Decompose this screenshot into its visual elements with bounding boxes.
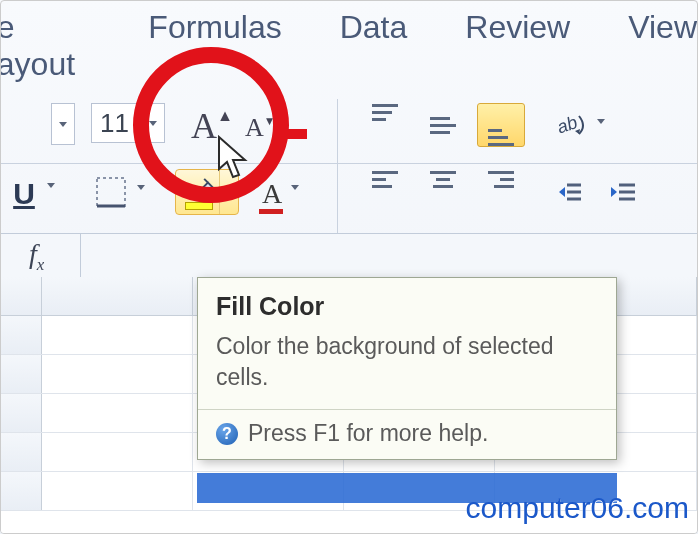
excel-ribbon-fragment: ge Layout Formulas Data Review View 11 A… bbox=[0, 0, 698, 534]
fx-icon[interactable]: fx bbox=[29, 238, 44, 275]
tab-view[interactable]: View bbox=[628, 9, 697, 83]
tooltip-body: Color the background of selected cells. bbox=[216, 331, 598, 393]
alignment-controls bbox=[361, 103, 525, 201]
orientation-dropdown[interactable] bbox=[597, 119, 605, 124]
font-size-dropdown[interactable] bbox=[141, 104, 164, 142]
increase-indent-button[interactable] bbox=[603, 177, 637, 211]
borders-icon bbox=[95, 176, 127, 208]
tab-formulas[interactable]: Formulas bbox=[148, 9, 281, 83]
decrease-indent-icon bbox=[549, 177, 583, 207]
underline-button[interactable]: U bbox=[0, 173, 49, 215]
column-header[interactable] bbox=[42, 277, 193, 315]
tooltip-help-text: Press F1 for more help. bbox=[248, 420, 488, 447]
svg-rect-0 bbox=[97, 178, 125, 206]
help-icon: ? bbox=[216, 423, 238, 445]
decrease-font-size-button[interactable]: A▼ bbox=[245, 113, 275, 143]
orientation-button[interactable]: ab bbox=[549, 107, 593, 143]
formula-bar: fx bbox=[1, 233, 697, 279]
align-middle-button[interactable] bbox=[419, 103, 467, 147]
chevron-down-icon bbox=[225, 190, 233, 195]
decrease-indent-button[interactable] bbox=[549, 177, 583, 211]
tooltip-help-row: ? Press F1 for more help. bbox=[216, 420, 598, 447]
tooltip-title: Fill Color bbox=[216, 292, 598, 321]
tab-data[interactable]: Data bbox=[340, 9, 408, 83]
chevron-down-icon bbox=[149, 121, 157, 126]
font-color-dropdown[interactable] bbox=[291, 185, 299, 190]
orientation-icon: ab bbox=[554, 110, 588, 140]
font-color-button[interactable]: A bbox=[255, 173, 289, 215]
borders-dropdown[interactable] bbox=[137, 185, 145, 190]
align-top-button[interactable] bbox=[361, 103, 409, 147]
tab-review[interactable]: Review bbox=[465, 9, 570, 83]
borders-button[interactable] bbox=[85, 171, 137, 213]
underline-dropdown[interactable] bbox=[47, 183, 55, 188]
align-right-button[interactable] bbox=[477, 157, 525, 201]
font-color-swatch bbox=[259, 209, 283, 214]
watermark-text: computer06.com bbox=[466, 491, 689, 525]
fill-color-dropdown[interactable] bbox=[219, 170, 238, 214]
svg-text:ab: ab bbox=[554, 112, 580, 138]
fill-color-button[interactable] bbox=[175, 169, 239, 215]
font-name-dropdown[interactable] bbox=[51, 103, 75, 145]
group-separator bbox=[337, 99, 338, 251]
align-center-button[interactable] bbox=[419, 157, 467, 201]
increase-font-size-button[interactable]: A▲ bbox=[191, 105, 233, 147]
ribbon-tabs: ge Layout Formulas Data Review View bbox=[0, 1, 697, 95]
select-all-corner[interactable] bbox=[1, 277, 42, 315]
font-size-value: 11 bbox=[100, 108, 129, 139]
align-bottom-button[interactable] bbox=[477, 103, 525, 147]
fill-color-swatch bbox=[185, 202, 213, 210]
increase-indent-icon bbox=[603, 177, 637, 207]
align-left-button[interactable] bbox=[361, 157, 409, 201]
tab-page-layout[interactable]: ge Layout bbox=[0, 9, 90, 83]
font-color-icon: A bbox=[262, 178, 282, 210]
chevron-down-icon bbox=[59, 122, 67, 127]
font-size-combo[interactable]: 11 bbox=[91, 103, 165, 143]
tooltip-fill-color: Fill Color Color the background of selec… bbox=[197, 277, 617, 460]
